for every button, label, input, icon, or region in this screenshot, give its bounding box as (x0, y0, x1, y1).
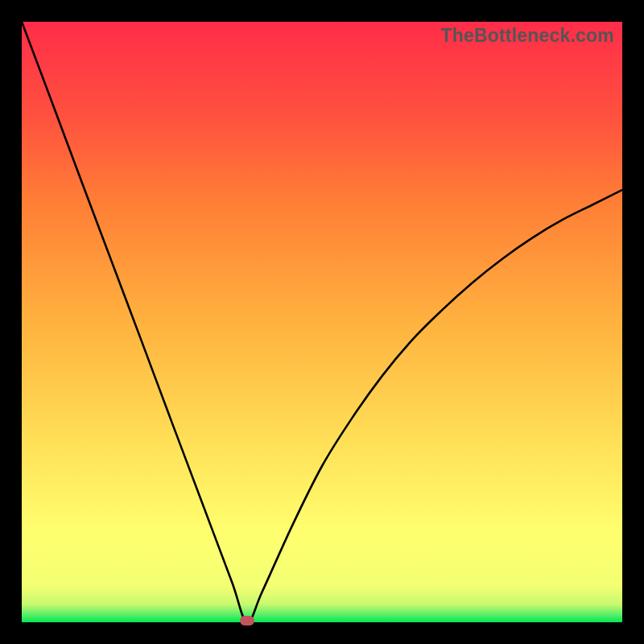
bottleneck-curve (22, 22, 622, 622)
plot-area: TheBottleneck.com (22, 22, 622, 622)
minimum-marker (240, 616, 254, 625)
chart-frame: TheBottleneck.com (0, 0, 644, 644)
